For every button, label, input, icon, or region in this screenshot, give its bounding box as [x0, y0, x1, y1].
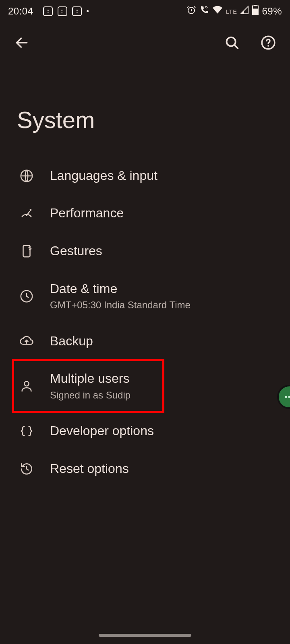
wifi-icon — [212, 5, 223, 17]
svg-point-14 — [288, 396, 290, 398]
performance-row[interactable]: Performance — [0, 194, 290, 232]
wifi-calling-icon — [199, 5, 209, 17]
status-bar: 20:04 ⠿ ⠿ ⠿ • LTE 69% — [0, 0, 290, 23]
row-title: Gestures — [50, 243, 102, 260]
braces-icon — [19, 424, 34, 438]
row-title: Multiple users — [50, 370, 130, 387]
svg-point-9 — [30, 210, 31, 211]
back-button[interactable] — [12, 33, 31, 52]
phone-gesture-icon — [19, 244, 34, 258]
date-time-row[interactable]: Date & time GMT+05:30 India Standard Tim… — [0, 270, 290, 322]
battery-icon — [252, 5, 259, 18]
help-button[interactable] — [259, 33, 278, 52]
row-title: Date & time — [50, 281, 191, 297]
svg-point-7 — [267, 45, 269, 47]
row-subtitle: Signed in as Sudip — [50, 388, 130, 402]
globe-icon — [19, 169, 34, 183]
backup-row[interactable]: Backup — [0, 322, 290, 360]
person-icon — [19, 379, 34, 393]
gestures-row[interactable]: Gestures — [0, 232, 290, 270]
gesture-nav-bar[interactable] — [99, 634, 191, 637]
network-type: LTE — [226, 8, 237, 15]
languages-input-row[interactable]: Languages & input — [0, 157, 290, 195]
row-title: Backup — [50, 333, 93, 350]
app-bar — [0, 23, 290, 63]
cloud-upload-icon — [19, 334, 34, 348]
developer-options-row[interactable]: Developer options — [0, 412, 290, 450]
row-title: Languages & input — [50, 167, 157, 184]
app-icon-1: ⠿ — [43, 6, 53, 16]
clock-icon — [19, 289, 34, 303]
reset-icon — [19, 462, 34, 476]
app-icon-2: ⠿ — [58, 6, 67, 16]
alarm-icon — [186, 5, 196, 17]
status-time: 20:04 — [8, 6, 33, 17]
svg-rect-4 — [253, 8, 258, 15]
page-title: System — [0, 63, 290, 157]
battery-percent: 69% — [262, 6, 282, 17]
row-subtitle: GMT+05:30 India Standard Time — [50, 298, 191, 312]
app-icon-3: ⠿ — [72, 6, 82, 16]
svg-point-13 — [285, 396, 287, 398]
svg-point-12 — [24, 382, 29, 386]
status-left: 20:04 ⠿ ⠿ ⠿ • — [8, 6, 89, 17]
search-button[interactable] — [222, 33, 242, 52]
row-title: Developer options — [50, 423, 154, 440]
row-title: Performance — [50, 205, 124, 222]
multiple-users-row[interactable]: Multiple users Signed in as Sudip — [0, 360, 290, 412]
more-notifications-dot: • — [87, 8, 89, 15]
status-right: LTE 69% — [186, 5, 282, 18]
speedometer-icon — [19, 206, 34, 221]
signal-icon — [240, 6, 249, 17]
row-title: Reset options — [50, 460, 129, 477]
settings-list: Languages & input Performance Gestures D… — [0, 157, 290, 488]
reset-options-row[interactable]: Reset options — [0, 450, 290, 488]
